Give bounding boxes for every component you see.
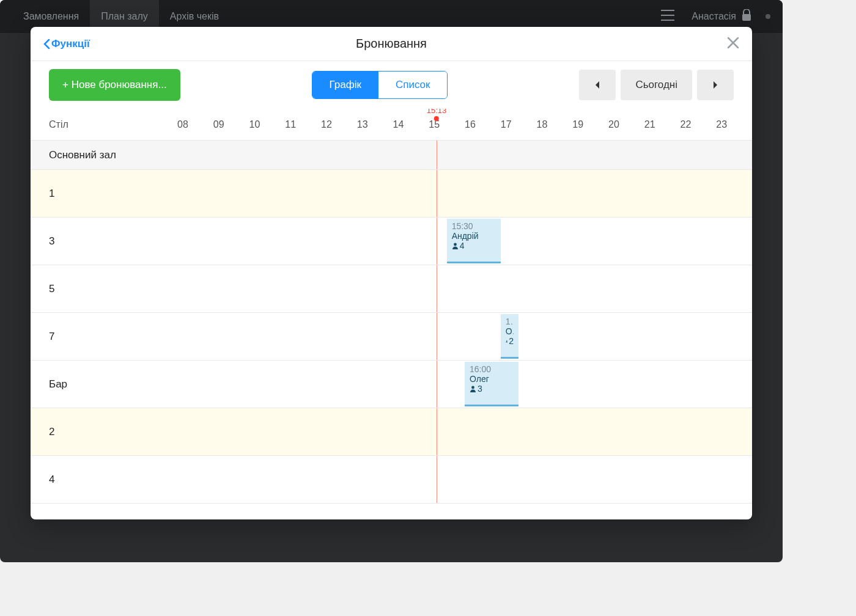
now-line (437, 408, 437, 455)
back-link[interactable]: Функції (43, 38, 90, 50)
table-row: 2 (31, 408, 752, 456)
table-label: 5 (31, 265, 177, 312)
now-indicator: 15:13 (427, 109, 447, 121)
table-label: Бар (31, 361, 177, 408)
booking-name: Оле… (506, 326, 514, 336)
row-cells[interactable] (177, 456, 752, 503)
row-cells[interactable] (177, 141, 752, 169)
hour-label: 22 (681, 119, 717, 130)
row-cells[interactable]: 16:00Олег3 (177, 361, 752, 408)
hour-label: 13 (357, 119, 393, 130)
new-booking-button[interactable]: + Нове бронювання... (49, 69, 180, 101)
booking-modal: Функції Бронювання + Нове бронювання... … (31, 27, 752, 519)
user-name: Анастасія (692, 11, 736, 22)
hour-label: 11 (285, 119, 321, 130)
hour-label: 08 (177, 119, 213, 130)
lock-icon (741, 9, 752, 24)
table-column-label: Стіл (31, 119, 177, 130)
chevron-left-icon (43, 38, 50, 50)
row-cells[interactable]: 15:30Андрій4 (177, 218, 752, 265)
modal-header: Функції Бронювання (31, 27, 752, 61)
hour-label: 10 (249, 119, 286, 130)
booking-name: Андрій (452, 231, 496, 241)
now-line (437, 456, 437, 503)
table-label: 7 (31, 313, 177, 360)
table-row: Бар16:00Олег3 (31, 361, 752, 408)
timeline-grid: Стіл 0809101112131415161718192021222315:… (31, 109, 752, 519)
svg-point-2 (506, 340, 507, 341)
table-row: 717:00Оле…2 (31, 313, 752, 361)
close-button[interactable] (726, 36, 740, 52)
hour-label: 09 (213, 119, 249, 130)
close-icon (726, 36, 740, 50)
table-label: 2 (31, 408, 177, 455)
svg-rect-0 (742, 14, 751, 21)
booking-card[interactable]: 17:00Оле…2 (501, 314, 518, 359)
booking-guests: 3 (470, 384, 514, 394)
table-row: 5 (31, 265, 752, 313)
segment-list[interactable]: Список (378, 72, 448, 98)
toolbar: + Нове бронювання... Графік Список Сього… (31, 61, 752, 109)
date-nav: Сьогодні (579, 70, 734, 100)
person-icon (506, 338, 508, 345)
hour-label: 17 (501, 119, 537, 130)
back-label: Функції (51, 38, 90, 50)
booking-name: Олег (470, 374, 514, 384)
person-icon (470, 386, 476, 392)
status-dot (766, 14, 770, 19)
section-label: Основний зал (31, 141, 177, 169)
booking-guests: 2 (506, 336, 514, 346)
booking-time: 17:00 (506, 317, 514, 326)
table-label: 1 (31, 170, 177, 217)
booking-card[interactable]: 16:00Олег3 (465, 362, 518, 406)
now-line (437, 265, 437, 312)
svg-point-3 (471, 386, 474, 389)
triangle-left-icon (594, 79, 601, 90)
booking-time: 16:00 (470, 364, 514, 374)
today-button[interactable]: Сьогодні (621, 70, 692, 100)
now-line (437, 170, 437, 217)
hour-label: 14 (393, 119, 429, 130)
hour-label: 23 (716, 119, 752, 130)
booking-guests: 4 (452, 241, 496, 251)
now-line (437, 361, 437, 408)
hour-label: 20 (608, 119, 644, 130)
table-row: 1 (31, 170, 752, 218)
modal-title: Бронювання (31, 37, 752, 51)
row-cells[interactable] (177, 408, 752, 455)
table-row: 315:30Андрій4 (31, 218, 752, 265)
user-label[interactable]: Анастасія (692, 9, 752, 24)
now-line (437, 141, 437, 169)
row-cells[interactable] (177, 265, 752, 312)
hour-label: 12 (321, 119, 357, 130)
svg-point-1 (454, 243, 457, 246)
row-cells[interactable]: 17:00Оле…2 (177, 313, 752, 360)
menu-icon[interactable] (661, 10, 674, 23)
now-line (437, 313, 437, 360)
hour-label: 18 (537, 119, 573, 130)
table-label: 4 (31, 456, 177, 503)
row-cells[interactable] (177, 170, 752, 217)
section-row: Основний зал (31, 141, 752, 170)
hour-label: 19 (572, 119, 608, 130)
booking-time: 15:30 (452, 221, 496, 231)
next-day-button[interactable] (697, 70, 734, 100)
hour-label: 21 (644, 119, 681, 130)
triangle-right-icon (712, 79, 719, 90)
booking-card[interactable]: 15:30Андрій4 (447, 219, 501, 263)
table-row: 4 (31, 456, 752, 504)
person-icon (452, 243, 459, 249)
prev-day-button[interactable] (579, 70, 616, 100)
hour-label: 16 (465, 119, 501, 130)
hours-header: Стіл 0809101112131415161718192021222315:… (31, 109, 752, 141)
now-line (437, 218, 437, 265)
view-toggle: Графік Список (312, 71, 448, 99)
segment-schedule[interactable]: Графік (312, 72, 378, 98)
table-label: 3 (31, 218, 177, 265)
